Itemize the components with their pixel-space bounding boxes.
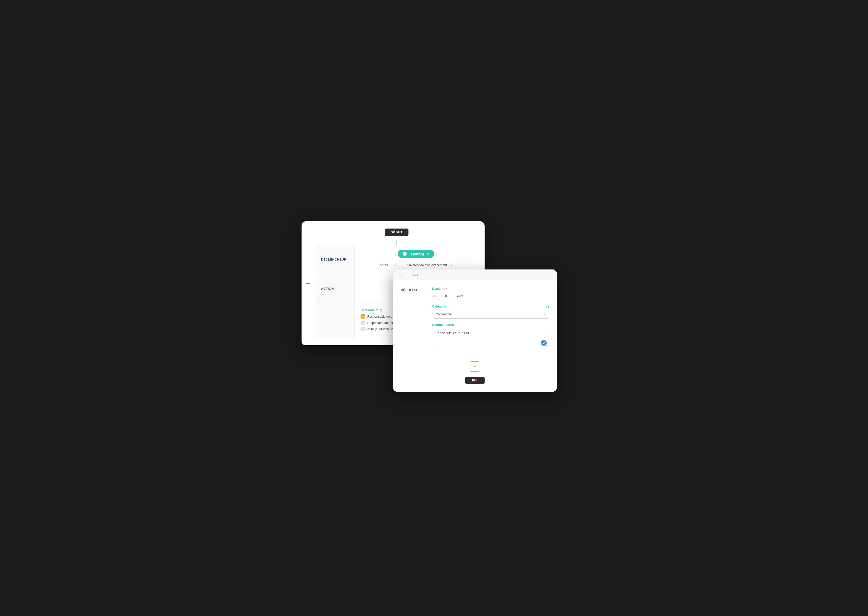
chevron-down-icon: ▾ xyxy=(544,313,546,316)
commentaires-group: Commentaires Rappeler le client ✓ xyxy=(432,323,549,348)
deadline-label: Deadline * xyxy=(432,287,549,291)
scene: DÉBUT DÉCLENCHEUR 🕐 3 jo xyxy=(302,221,566,395)
strip-tab-1: (...) xyxy=(399,273,404,277)
deadline-prefix: J + xyxy=(432,294,436,298)
debut-section: DÉBUT xyxy=(316,228,477,236)
commentaires-wrapper: Rappeler le client ✓ xyxy=(432,328,549,348)
categorie-select[interactable]: Commercial ▾ xyxy=(432,310,549,319)
declencheur-label: DÉCLENCHEUR xyxy=(321,258,346,261)
action-label-cell: ACTION xyxy=(316,274,355,303)
required-marker: * xyxy=(446,287,447,291)
add-button[interactable]: + xyxy=(470,361,480,372)
check-icon: ✓ xyxy=(542,341,545,345)
notification-dot xyxy=(545,344,548,347)
categorie-label: Catégorie xyxy=(432,305,447,308)
hamburger-menu[interactable] xyxy=(306,282,310,285)
timer-pill[interactable]: 🕐 3 jour(s) ✎ xyxy=(398,250,434,258)
chevron-down-icon: ▾ xyxy=(451,264,452,267)
checkbox-unchecked-2[interactable] xyxy=(360,327,365,331)
categorie-header-row: Catégorie ⚙ xyxy=(432,304,549,310)
checkbox-unchecked-1[interactable] xyxy=(360,321,365,325)
deadline-input[interactable] xyxy=(439,292,453,300)
deadline-suffix: Jours xyxy=(456,294,463,298)
dest-item-label-2: Autre(s) utilisateur(s) xyxy=(367,327,396,331)
front-card-inner: RÉSULTAT Deadline * J + Jours xyxy=(393,280,557,392)
fin-badge: FIN xyxy=(465,377,484,384)
event-dropdown[interactable]: A la création d'un événement ▾ xyxy=(403,261,456,269)
chevron-down-icon: ▾ xyxy=(395,264,396,267)
fin-label-red: N xyxy=(475,379,478,382)
destinataires-label-cell xyxy=(316,303,355,338)
top-strip: (...) (...) xyxy=(393,269,557,280)
checkbox-checked[interactable]: ✓ xyxy=(360,314,365,319)
edit-icon[interactable]: ✎ xyxy=(426,252,429,256)
action-label: ACTION xyxy=(321,287,334,291)
debut-badge: DÉBUT xyxy=(385,228,409,236)
connector-top xyxy=(396,240,397,245)
deadline-row: J + Jours xyxy=(432,292,549,300)
resultat-label: RÉSULTAT xyxy=(401,288,418,292)
gear-icon[interactable]: ⚙ xyxy=(545,304,549,310)
resultat-label-col: RÉSULTAT xyxy=(401,287,432,352)
apres-dropdown[interactable]: Après ▾ xyxy=(376,261,400,269)
declencheur-label-cell: DÉCLENCHEUR xyxy=(316,245,355,274)
resultat-fields: Deadline * J + Jours Caté xyxy=(432,287,549,352)
fin-label-normal: FI xyxy=(472,379,475,382)
deadline-group: Deadline * J + Jours xyxy=(432,287,549,300)
bottom-section: + FIN xyxy=(401,357,549,384)
categorie-group: Catégorie ⚙ Commercial ▾ xyxy=(432,304,549,319)
strip-tab-2: (...) xyxy=(413,273,418,277)
commentaires-label: Commentaires xyxy=(432,323,549,327)
connector-mid xyxy=(475,357,475,361)
dropdowns-row: Après ▾ A la création d'un événement ▾ xyxy=(376,261,456,269)
timer-label: 3 jour(s) xyxy=(410,252,424,256)
categorie-value: Commercial xyxy=(436,312,452,316)
resultat-layout: RÉSULTAT Deadline * J + Jours xyxy=(401,287,549,352)
detail-card: (...) (...) RÉSULTAT Deadline * xyxy=(393,269,557,392)
clock-icon: 🕐 xyxy=(403,251,407,256)
connector-bot xyxy=(475,372,475,377)
commentaires-textarea[interactable]: Rappeler le client xyxy=(432,328,549,347)
